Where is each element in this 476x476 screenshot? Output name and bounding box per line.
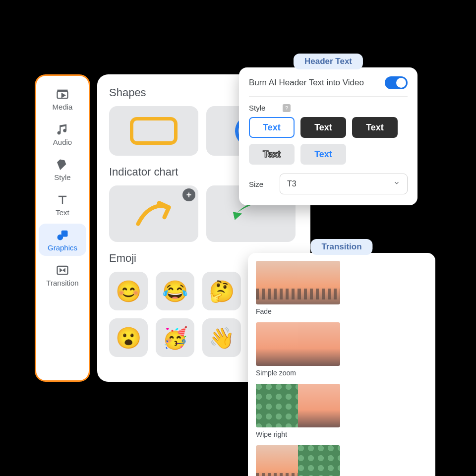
text-style-5[interactable]: Text bbox=[300, 144, 346, 165]
svg-marker-1 bbox=[62, 94, 65, 97]
text-style-3[interactable]: Text bbox=[352, 117, 398, 138]
text-icon bbox=[56, 193, 69, 206]
sidebar-item-transition[interactable]: Transition bbox=[39, 259, 86, 291]
help-icon[interactable]: ? bbox=[283, 104, 291, 112]
transition-wipe-left[interactable]: Wipe left bbox=[256, 445, 340, 476]
transition-fade[interactable]: Fade bbox=[256, 261, 340, 315]
sidebar-item-label: Media bbox=[53, 103, 73, 111]
transition-simple-zoom[interactable]: Simple zoom bbox=[256, 322, 340, 377]
svg-point-3 bbox=[58, 235, 63, 240]
sidebar-item-media[interactable]: Media bbox=[39, 83, 86, 115]
transition-wipe-right[interactable]: Wipe right bbox=[256, 384, 340, 438]
size-value: T3 bbox=[287, 179, 297, 188]
transition-icon bbox=[56, 264, 69, 277]
style-icon bbox=[56, 158, 69, 171]
graphics-icon bbox=[56, 229, 69, 241]
panel-tag-transition: Transition bbox=[310, 239, 372, 255]
sidebar-item-label: Graphics bbox=[48, 243, 77, 252]
emoji-smile[interactable]: 😊 bbox=[109, 272, 148, 310]
sidebar: Media Audio Style Text Graphics Transiti… bbox=[35, 74, 90, 382]
emoji-thinking[interactable]: 🤔 bbox=[202, 272, 241, 310]
sidebar-item-label: Text bbox=[56, 208, 69, 217]
audio-icon bbox=[56, 123, 69, 136]
sidebar-item-text[interactable]: Text bbox=[39, 188, 86, 221]
style-label: Style bbox=[249, 104, 273, 112]
burn-toggle[interactable] bbox=[385, 76, 408, 89]
transition-label: Wipe right bbox=[256, 430, 340, 438]
chevron-down-icon bbox=[393, 179, 400, 188]
arrow-right-icon bbox=[131, 193, 176, 235]
shape-rounded-rect[interactable] bbox=[109, 106, 198, 156]
emoji-surprised[interactable]: 😮 bbox=[109, 318, 148, 357]
transition-label: Fade bbox=[256, 307, 340, 315]
emoji-party[interactable]: 🥳 bbox=[156, 318, 194, 357]
size-label: Size bbox=[249, 180, 273, 188]
media-icon bbox=[56, 88, 69, 101]
sidebar-item-graphics[interactable]: Graphics bbox=[39, 224, 86, 256]
transition-panel: Transition Fade Simple zoom Wipe right W… bbox=[248, 253, 435, 476]
transition-label: Simple zoom bbox=[256, 369, 340, 377]
text-style-4[interactable]: Text bbox=[249, 144, 295, 165]
sidebar-item-audio[interactable]: Audio bbox=[39, 118, 86, 150]
burn-toggle-label: Burn AI Header Text into Video bbox=[249, 78, 364, 88]
indicator-arrow-right[interactable]: + bbox=[109, 185, 198, 242]
panel-tag-header: Header Text bbox=[294, 54, 363, 69]
sidebar-item-style[interactable]: Style bbox=[39, 153, 86, 185]
add-icon[interactable]: + bbox=[182, 188, 195, 201]
sidebar-item-label: Style bbox=[54, 173, 70, 181]
emoji-wave[interactable]: 👋 bbox=[202, 318, 241, 357]
sidebar-item-label: Transition bbox=[46, 279, 78, 287]
text-style-1[interactable]: Text bbox=[249, 117, 295, 138]
size-select[interactable]: T3 bbox=[280, 174, 408, 194]
header-text-panel: Header Text Burn AI Header Text into Vid… bbox=[239, 67, 417, 205]
emoji-joy[interactable]: 😂 bbox=[156, 272, 194, 310]
text-style-2[interactable]: Text bbox=[300, 117, 346, 138]
sidebar-item-label: Audio bbox=[53, 138, 72, 146]
